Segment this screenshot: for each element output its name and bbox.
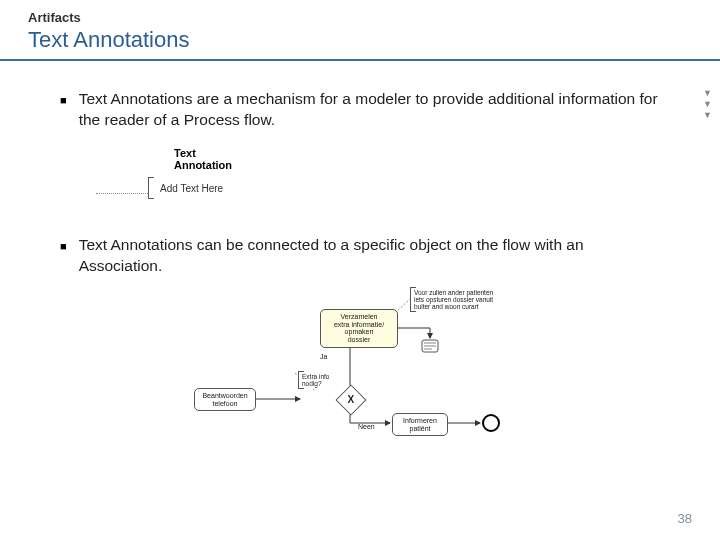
bullet-text: Text Annotations can be connected to a s… xyxy=(79,235,660,277)
bpmn-gateway-icon: X xyxy=(335,384,366,415)
bullet-item: ■ Text Annotations can be connected to a… xyxy=(60,235,660,277)
bpmn-end-event-icon xyxy=(482,414,500,432)
bullet-text: Text Annotations are a mechanism for a m… xyxy=(79,89,660,131)
association-dotted-line-icon xyxy=(96,193,148,194)
bpmn-task-bottom: Informeren patiënt xyxy=(392,413,448,436)
slide-header: Artifacts Text Annotations xyxy=(0,0,720,61)
text-annotation-note: Voor zullen ander patienten iets opsture… xyxy=(410,287,500,312)
marker-triangle-icon: ▼ xyxy=(703,110,712,120)
kicker-text: Artifacts xyxy=(28,10,692,25)
annotation-hint-text: Add Text Here xyxy=(160,183,223,194)
bpmn-task-left: Beantwoorden telefoon xyxy=(194,388,256,411)
text-annotation-mid: Extra info nodig? xyxy=(298,371,340,389)
bullet-square-icon: ■ xyxy=(60,93,67,131)
bpmn-diagram-example: Voor zullen ander patienten iets opsture… xyxy=(180,293,540,443)
side-triangle-markers: ▼ ▼ ▼ xyxy=(703,88,712,120)
page-number: 38 xyxy=(678,511,692,526)
svg-rect-7 xyxy=(422,340,438,352)
flow-label-yes: Ja xyxy=(320,353,327,360)
bullet-item: ■ Text Annotations are a mechanism for a… xyxy=(60,89,660,131)
page-title: Text Annotations xyxy=(28,27,692,53)
bpmn-task-main: Verzamelen extra informatie/ opmaken dos… xyxy=(320,309,398,348)
marker-triangle-icon: ▼ xyxy=(703,99,712,109)
flow-label-no: Neen xyxy=(358,423,375,430)
slide-content: ■ Text Annotations are a mechanism for a… xyxy=(0,61,720,443)
annotation-bracket-icon xyxy=(148,177,154,199)
bullet-square-icon: ■ xyxy=(60,239,67,277)
marker-triangle-icon: ▼ xyxy=(703,88,712,98)
annotation-example-small: Text Annotation Add Text Here xyxy=(96,147,266,199)
annotation-label: Text Annotation xyxy=(174,147,266,171)
